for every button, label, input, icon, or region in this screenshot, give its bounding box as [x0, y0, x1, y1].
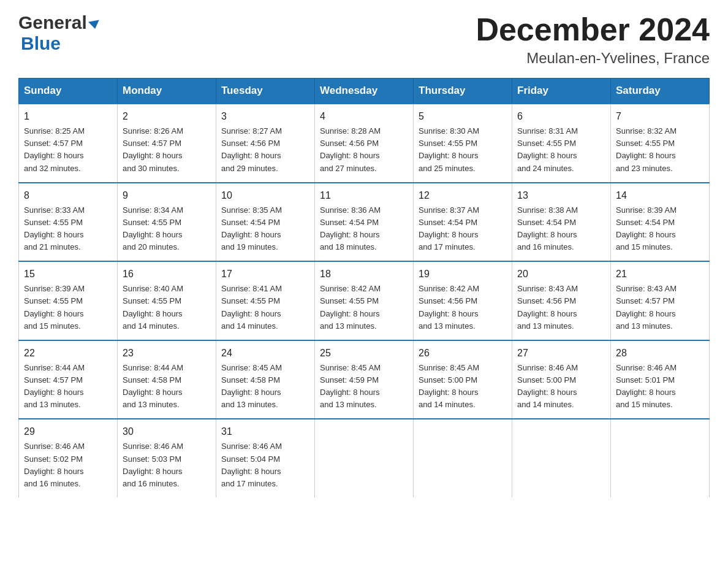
day-number: 3	[221, 109, 309, 124]
day-cell-14: 14Sunrise: 8:39 AMSunset: 4:54 PMDayligh…	[611, 183, 710, 262]
day-number: 29	[24, 424, 112, 439]
day-cell-17: 17Sunrise: 8:41 AMSunset: 4:55 PMDayligh…	[216, 261, 315, 340]
day-info: Sunrise: 8:39 AMSunset: 4:55 PMDaylight:…	[24, 283, 112, 332]
empty-cell	[512, 419, 611, 497]
calendar-body: 1Sunrise: 8:25 AMSunset: 4:57 PMDaylight…	[19, 104, 710, 497]
week-row-2: 8Sunrise: 8:33 AMSunset: 4:55 PMDaylight…	[19, 183, 710, 262]
empty-cell	[611, 419, 710, 497]
day-number: 20	[517, 267, 605, 282]
day-cell-30: 30Sunrise: 8:46 AMSunset: 5:03 PMDayligh…	[118, 419, 216, 497]
calendar-title: December 2024	[476, 12, 710, 47]
logo-triangle-icon	[88, 20, 100, 29]
day-number: 11	[320, 188, 408, 203]
day-cell-20: 20Sunrise: 8:43 AMSunset: 4:56 PMDayligh…	[512, 261, 611, 340]
day-cell-15: 15Sunrise: 8:39 AMSunset: 4:55 PMDayligh…	[19, 261, 118, 340]
header-day-wednesday: Wednesday	[315, 79, 414, 104]
day-cell-4: 4Sunrise: 8:28 AMSunset: 4:56 PMDaylight…	[315, 104, 414, 183]
day-cell-1: 1Sunrise: 8:25 AMSunset: 4:57 PMDaylight…	[19, 104, 118, 183]
day-number: 31	[221, 424, 309, 439]
day-number: 6	[517, 109, 605, 124]
day-info: Sunrise: 8:46 AMSunset: 5:01 PMDaylight:…	[616, 362, 704, 412]
day-number: 10	[221, 188, 309, 203]
day-info: Sunrise: 8:45 AMSunset: 4:58 PMDaylight:…	[221, 362, 309, 412]
day-number: 9	[123, 188, 211, 203]
day-number: 12	[419, 188, 507, 203]
header-day-sunday: Sunday	[19, 79, 118, 104]
day-number: 27	[517, 346, 605, 361]
day-info: Sunrise: 8:46 AMSunset: 5:00 PMDaylight:…	[517, 362, 605, 412]
day-cell-13: 13Sunrise: 8:38 AMSunset: 4:54 PMDayligh…	[512, 183, 611, 262]
day-cell-3: 3Sunrise: 8:27 AMSunset: 4:56 PMDaylight…	[216, 104, 315, 183]
header-day-monday: Monday	[118, 79, 216, 104]
title-block: December 2024 Meulan-en-Yvelines, France	[476, 12, 710, 67]
header-day-saturday: Saturday	[611, 79, 710, 104]
day-info: Sunrise: 8:45 AMSunset: 4:59 PMDaylight:…	[320, 362, 408, 412]
day-number: 26	[419, 346, 507, 361]
day-cell-6: 6Sunrise: 8:31 AMSunset: 4:55 PMDaylight…	[512, 104, 611, 183]
day-info: Sunrise: 8:45 AMSunset: 5:00 PMDaylight:…	[419, 362, 507, 412]
day-cell-9: 9Sunrise: 8:34 AMSunset: 4:55 PMDaylight…	[118, 183, 216, 262]
week-row-3: 15Sunrise: 8:39 AMSunset: 4:55 PMDayligh…	[19, 261, 710, 340]
day-cell-28: 28Sunrise: 8:46 AMSunset: 5:01 PMDayligh…	[611, 340, 710, 419]
empty-cell	[315, 419, 414, 497]
day-cell-23: 23Sunrise: 8:44 AMSunset: 4:58 PMDayligh…	[118, 340, 216, 419]
day-info: Sunrise: 8:46 AMSunset: 5:02 PMDaylight:…	[24, 440, 112, 490]
day-cell-10: 10Sunrise: 8:35 AMSunset: 4:54 PMDayligh…	[216, 183, 315, 262]
day-info: Sunrise: 8:44 AMSunset: 4:58 PMDaylight:…	[123, 362, 211, 412]
day-info: Sunrise: 8:35 AMSunset: 4:54 PMDaylight:…	[221, 204, 309, 254]
day-info: Sunrise: 8:27 AMSunset: 4:56 PMDaylight:…	[221, 125, 309, 175]
day-info: Sunrise: 8:44 AMSunset: 4:57 PMDaylight:…	[24, 362, 112, 412]
day-cell-29: 29Sunrise: 8:46 AMSunset: 5:02 PMDayligh…	[19, 419, 118, 497]
day-cell-19: 19Sunrise: 8:42 AMSunset: 4:56 PMDayligh…	[414, 261, 512, 340]
day-number: 4	[320, 109, 408, 124]
day-info: Sunrise: 8:42 AMSunset: 4:56 PMDaylight:…	[419, 283, 507, 332]
day-cell-27: 27Sunrise: 8:46 AMSunset: 5:00 PMDayligh…	[512, 340, 611, 419]
calendar-subtitle: Meulan-en-Yvelines, France	[476, 50, 710, 67]
day-info: Sunrise: 8:40 AMSunset: 4:55 PMDaylight:…	[123, 283, 211, 332]
day-number: 21	[616, 267, 704, 282]
day-cell-25: 25Sunrise: 8:45 AMSunset: 4:59 PMDayligh…	[315, 340, 414, 419]
day-number: 14	[616, 188, 704, 203]
day-number: 30	[123, 424, 211, 439]
day-info: Sunrise: 8:34 AMSunset: 4:55 PMDaylight:…	[123, 204, 211, 254]
day-cell-12: 12Sunrise: 8:37 AMSunset: 4:54 PMDayligh…	[414, 183, 512, 262]
day-number: 13	[517, 188, 605, 203]
day-number: 2	[123, 109, 211, 124]
logo: General Blue	[18, 12, 100, 54]
day-info: Sunrise: 8:46 AMSunset: 5:04 PMDaylight:…	[221, 440, 309, 490]
day-cell-18: 18Sunrise: 8:42 AMSunset: 4:55 PMDayligh…	[315, 261, 414, 340]
day-cell-21: 21Sunrise: 8:43 AMSunset: 4:57 PMDayligh…	[611, 261, 710, 340]
day-info: Sunrise: 8:33 AMSunset: 4:55 PMDaylight:…	[24, 204, 112, 254]
header-day-tuesday: Tuesday	[216, 79, 315, 104]
day-cell-5: 5Sunrise: 8:30 AMSunset: 4:55 PMDaylight…	[414, 104, 512, 183]
day-cell-22: 22Sunrise: 8:44 AMSunset: 4:57 PMDayligh…	[19, 340, 118, 419]
day-info: Sunrise: 8:46 AMSunset: 5:03 PMDaylight:…	[123, 440, 211, 490]
day-number: 15	[24, 267, 112, 282]
logo-row1: General	[18, 12, 100, 33]
day-cell-2: 2Sunrise: 8:26 AMSunset: 4:57 PMDaylight…	[118, 104, 216, 183]
day-info: Sunrise: 8:28 AMSunset: 4:56 PMDaylight:…	[320, 125, 408, 175]
day-number: 5	[419, 109, 507, 124]
day-number: 28	[616, 346, 704, 361]
day-cell-31: 31Sunrise: 8:46 AMSunset: 5:04 PMDayligh…	[216, 419, 315, 497]
page-header: General Blue December 2024 Meulan-en-Yve…	[18, 12, 710, 67]
empty-cell	[414, 419, 512, 497]
day-cell-11: 11Sunrise: 8:36 AMSunset: 4:54 PMDayligh…	[315, 183, 414, 262]
week-row-4: 22Sunrise: 8:44 AMSunset: 4:57 PMDayligh…	[19, 340, 710, 419]
day-cell-7: 7Sunrise: 8:32 AMSunset: 4:55 PMDaylight…	[611, 104, 710, 183]
day-cell-24: 24Sunrise: 8:45 AMSunset: 4:58 PMDayligh…	[216, 340, 315, 419]
day-cell-8: 8Sunrise: 8:33 AMSunset: 4:55 PMDaylight…	[19, 183, 118, 262]
day-cell-26: 26Sunrise: 8:45 AMSunset: 5:00 PMDayligh…	[414, 340, 512, 419]
day-info: Sunrise: 8:25 AMSunset: 4:57 PMDaylight:…	[24, 125, 112, 175]
day-number: 17	[221, 267, 309, 282]
day-number: 19	[419, 267, 507, 282]
day-number: 8	[24, 188, 112, 203]
day-info: Sunrise: 8:41 AMSunset: 4:55 PMDaylight:…	[221, 283, 309, 332]
day-info: Sunrise: 8:37 AMSunset: 4:54 PMDaylight:…	[419, 204, 507, 254]
day-info: Sunrise: 8:43 AMSunset: 4:57 PMDaylight:…	[616, 283, 704, 332]
header-row: SundayMondayTuesdayWednesdayThursdayFrid…	[19, 79, 710, 104]
day-number: 22	[24, 346, 112, 361]
day-info: Sunrise: 8:26 AMSunset: 4:57 PMDaylight:…	[123, 125, 211, 175]
day-number: 25	[320, 346, 408, 361]
day-info: Sunrise: 8:32 AMSunset: 4:55 PMDaylight:…	[616, 125, 704, 175]
